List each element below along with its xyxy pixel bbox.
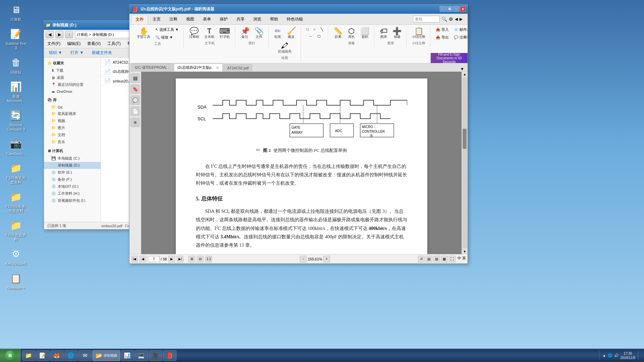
area-highlight-btn[interactable]: 🖍 区域高亮 bbox=[276, 41, 293, 55]
pages-panel-btn[interactable]: 📄 bbox=[130, 107, 140, 116]
desktop-icon-f429[interactable]: 📁 F429-光盘资料 bbox=[3, 217, 29, 243]
open-button[interactable]: 打开 ▼ bbox=[69, 49, 85, 56]
first-page-btn[interactable]: |◀ bbox=[131, 256, 138, 262]
tab-form[interactable]: 表单 bbox=[199, 15, 215, 24]
area-btn[interactable]: ⬜ 面积 bbox=[358, 26, 371, 40]
text-box-btn[interactable]: T 文本框 bbox=[202, 26, 216, 40]
actual-size-btn[interactable]: 1:1 bbox=[205, 256, 212, 262]
bookmarks-btn[interactable]: 🔖 bbox=[130, 84, 140, 94]
taskbar-item-sublime[interactable]: 📝 bbox=[36, 350, 50, 361]
prev-result-icon[interactable]: ◀ bbox=[455, 17, 458, 21]
menu-edit[interactable]: 编辑(E) bbox=[65, 40, 82, 47]
desktop-icon-keil[interactable]: ⚙ Keil uVision5 bbox=[3, 246, 29, 267]
doc-tab-at24c02[interactable]: I2C-读写EEPROM(... bbox=[131, 63, 173, 71]
forward-button[interactable]: ▶ bbox=[55, 31, 63, 38]
read-mode-btn[interactable]: ▦ bbox=[441, 256, 448, 262]
zoom-in-btn[interactable]: + bbox=[323, 256, 330, 262]
note-btn[interactable]: 📌 备注 bbox=[238, 26, 252, 40]
sidebar-item-git[interactable]: 📁 Git bbox=[44, 104, 101, 110]
scrollbar-thumb[interactable] bbox=[463, 129, 467, 149]
tab-i2c-close[interactable]: ✕ bbox=[216, 65, 219, 70]
tab-view[interactable]: 视图 bbox=[182, 15, 198, 24]
taskbar-item-mail[interactable]: ✉ bbox=[78, 350, 92, 361]
sidebar-item-c[interactable]: 💾 本地磁盘 (C:) bbox=[44, 155, 101, 162]
pdf-close-btn[interactable]: ✕ bbox=[460, 6, 466, 12]
menu-file[interactable]: 文件(F) bbox=[46, 40, 62, 47]
next-page-btn[interactable]: ▶ bbox=[168, 256, 175, 262]
sidebar-item-music[interactable]: 📁 音乐 bbox=[44, 138, 101, 145]
select-tool-btn[interactable]: ↖ 选择工具 ▼ bbox=[153, 26, 181, 33]
taskbar-item-folder[interactable]: 📁 bbox=[22, 350, 36, 361]
fit-width-btn[interactable]: ⊟ bbox=[197, 256, 204, 262]
menu-view[interactable]: 查看(V) bbox=[86, 40, 102, 47]
desktop-icon-sublime[interactable]: 📝 Sublime Text 3 bbox=[3, 26, 29, 52]
import-btn[interactable]: 📥 导入 bbox=[434, 26, 451, 33]
taskbar-item-excel[interactable]: 📊 bbox=[121, 350, 134, 361]
tab-share[interactable]: 共享 bbox=[232, 15, 249, 24]
page-number-input[interactable] bbox=[148, 256, 160, 262]
next-result-icon[interactable]: ▶ bbox=[460, 17, 463, 21]
tab-browse[interactable]: 浏览 bbox=[249, 15, 265, 24]
taskbar-item-explorer[interactable]: 📂 录制视频 bbox=[93, 350, 120, 361]
doc-tab-at24c02-2[interactable]: AT24C02.pdf bbox=[223, 64, 252, 71]
summary-btn[interactable]: 📋 小结注释 bbox=[410, 26, 427, 40]
system-clock[interactable]: 17:30 2018/11/8 bbox=[621, 351, 636, 360]
new-folder-button[interactable]: 新建文件夹 bbox=[90, 49, 114, 56]
desktop-icon-notepad[interactable]: 📋 Notepad++ bbox=[3, 270, 29, 292]
line-btn[interactable]: ╲ bbox=[319, 26, 325, 33]
taskbar-item-ie[interactable]: 🌐 bbox=[64, 350, 78, 361]
doc-tab-i2c[interactable]: i2c总线协议(中文版p.. ✕ bbox=[174, 63, 223, 71]
sidebar-item-desktop[interactable]: 🖥 桌面 bbox=[44, 74, 101, 81]
create-stamp-btn[interactable]: ➕ 创建 bbox=[390, 26, 404, 40]
sidebar-item-h[interactable]: 💿 工作资料 (H:) bbox=[44, 190, 101, 197]
pencil-btn[interactable]: ✏ 铅笔 bbox=[272, 26, 284, 40]
sidebar-item-f[interactable]: 💿 备份 (F:) bbox=[44, 176, 101, 183]
sidebar-item-video[interactable]: 📁 视频 bbox=[44, 117, 101, 124]
foxit-banner[interactable]: Fill and E-Sign Documents in 60 Seconds bbox=[431, 53, 468, 63]
libraries-header[interactable]: 📚 库 bbox=[44, 96, 101, 104]
desktop-icon-beyond-compare[interactable]: 🔄 Beyond Compare 3 bbox=[3, 107, 29, 133]
scroll-down-btn[interactable]: ▼ bbox=[462, 249, 468, 254]
pdf-scrollbar[interactable]: ▲ ▼ bbox=[462, 72, 468, 254]
desktop-icon-excel[interactable]: 📊 新建 Microsoft... bbox=[3, 79, 29, 105]
tab-help[interactable]: 帮助 bbox=[266, 15, 282, 24]
sidebar-item-downloads[interactable]: ⬇ 下载 bbox=[44, 67, 101, 74]
two-page-btn[interactable]: ▥ bbox=[433, 256, 440, 262]
pdf-minimize-btn[interactable]: ─ bbox=[440, 6, 446, 12]
tray-arrow[interactable]: ▲ bbox=[603, 354, 606, 357]
computer-header[interactable]: 🖥 计算机 bbox=[44, 147, 101, 155]
perimeter-btn[interactable]: ⬡ 周长 bbox=[345, 26, 357, 40]
stamp-btn[interactable]: 🏷 图章 bbox=[378, 26, 389, 40]
poly-btn[interactable]: ⬡ bbox=[315, 33, 323, 40]
fullscreen-btn[interactable]: ⛶ bbox=[449, 256, 455, 262]
sidebar-item-d[interactable]: 💿 录制视频 (D:) bbox=[44, 162, 101, 169]
favorites-header[interactable]: ⭐ 收藏夹 bbox=[44, 59, 101, 67]
sidebar-item-xingfeng[interactable]: 📁 星风影视库 bbox=[44, 110, 101, 117]
rotate-btn[interactable]: ↺ bbox=[418, 256, 425, 262]
desktop-icon-computer[interactable]: 🖥 计算机 bbox=[3, 2, 29, 23]
pdf-search-input[interactable] bbox=[413, 16, 440, 22]
menu-tools[interactable]: 工具(T) bbox=[106, 40, 122, 47]
circle-btn[interactable]: ○ bbox=[312, 26, 318, 32]
tab-comment[interactable]: 注释 bbox=[165, 15, 181, 24]
last-page-btn[interactable]: ▶| bbox=[177, 256, 183, 262]
sidebar-item-onedrive[interactable]: ☁ OneDrive bbox=[44, 88, 101, 95]
tab-home[interactable]: 主页 bbox=[149, 15, 165, 24]
zoom-out-btn[interactable]: − bbox=[300, 256, 307, 262]
search-icon[interactable]: 🔍 bbox=[441, 16, 447, 22]
prev-page-btn[interactable]: ◀ bbox=[140, 256, 146, 262]
zoom-btn[interactable]: 🔍 缩放 ▼ bbox=[153, 34, 181, 41]
pdf-content-area[interactable]: SDA SCL GATE ARRAY ADC bbox=[141, 72, 462, 254]
taskbar-item-app[interactable]: 💻 bbox=[135, 350, 148, 361]
tab-special[interactable]: 特色功能 bbox=[283, 15, 307, 24]
organize-button[interactable]: 组织 ▼ bbox=[47, 49, 64, 56]
sidebar-item-pics[interactable]: 📁 图片 bbox=[44, 124, 101, 131]
desktop-icon-camrec[interactable]: 📷 CamReco... bbox=[3, 136, 29, 158]
tab-protect[interactable]: 保护 bbox=[216, 15, 232, 24]
typewriter-btn[interactable]: ⌨ 打字机 bbox=[217, 26, 232, 40]
desktop-icon-f103-guide[interactable]: 📁 F103指南者-光盘资料 bbox=[3, 189, 29, 215]
desktop-icon-f103-red[interactable]: 📁 F103番直光盘资料 bbox=[3, 160, 29, 186]
up-button[interactable]: ↑ bbox=[65, 31, 73, 38]
file-attach-btn[interactable]: 📎 文件 bbox=[253, 26, 266, 40]
start-button[interactable]: ⊞ bbox=[0, 349, 20, 362]
